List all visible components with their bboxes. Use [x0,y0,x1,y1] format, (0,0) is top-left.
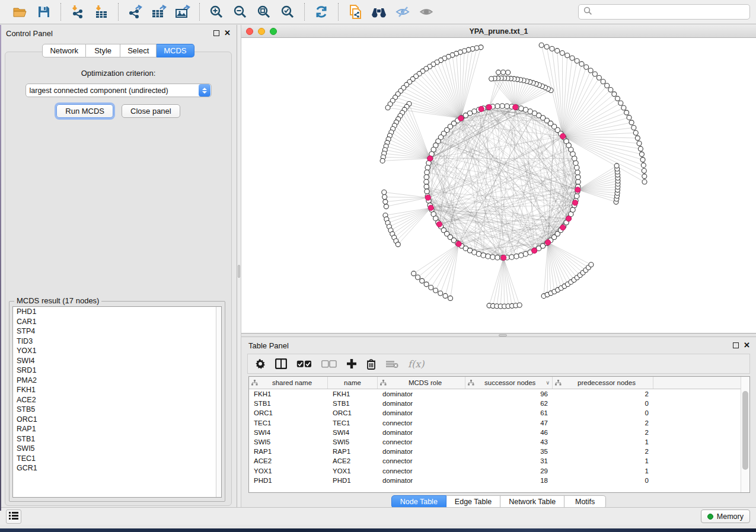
cell[interactable]: 43 [465,438,553,446]
cell[interactable]: connector [378,419,465,427]
list-item[interactable]: SWI5 [13,444,221,454]
table-row[interactable]: TEC1TEC1connector472 [249,418,741,428]
run-mcds-button[interactable]: Run MCDS [56,104,113,118]
list-item[interactable]: STB5 [13,405,221,415]
cell[interactable]: SWI5 [249,438,328,446]
result-list-scrollbar[interactable] [216,307,221,497]
list-item[interactable]: SWI4 [13,356,221,366]
close-window-icon[interactable] [246,28,253,35]
list-item[interactable]: CAR1 [13,317,221,327]
network-canvas[interactable] [241,38,756,333]
cell[interactable]: 96 [465,390,553,398]
save-session-button[interactable] [34,3,53,21]
cell[interactable]: connector [378,438,465,446]
import-network-button[interactable] [68,3,87,21]
cell[interactable]: PHD1 [328,477,378,484]
cell[interactable]: 46 [465,429,553,436]
cell[interactable]: 0 [553,409,653,416]
table-tab-motifs[interactable]: Motifs [564,495,606,508]
list-item[interactable]: FKH1 [13,385,221,395]
maximize-window-icon[interactable] [270,28,277,35]
cell[interactable]: 62 [465,400,553,407]
table-row[interactable]: YOX1YOX1connector291 [249,466,741,476]
cell[interactable]: PHD1 [249,477,328,484]
column-header-successor-nodes[interactable]: successor nodes∨ [465,377,553,389]
cell[interactable]: 18 [465,477,553,484]
memory-button[interactable]: Memory [701,509,750,523]
close-panel-icon[interactable]: ✕ [224,30,231,36]
cell[interactable]: 1 [553,467,653,475]
tab-mcds[interactable]: MCDS [157,44,194,57]
cell[interactable]: 0 [553,400,653,407]
network-search-field[interactable] [578,4,750,20]
cell[interactable]: YOX1 [328,467,378,475]
delete-column-button[interactable] [366,358,376,370]
add-column-button[interactable] [346,358,357,369]
cell[interactable]: 2 [553,429,653,436]
select-all-button[interactable] [296,360,312,368]
deselect-all-button[interactable] [321,360,337,368]
cell[interactable]: 2 [553,448,653,455]
table-row[interactable]: ORC1ORC1dominator610 [249,408,741,418]
network-window-titlebar[interactable]: YPA_prune.txt_1 [241,25,756,38]
cell[interactable]: 31 [465,457,553,464]
cell[interactable]: YOX1 [249,467,328,475]
zoom-in-button[interactable] [207,3,226,21]
cell[interactable]: ORC1 [249,409,328,416]
list-item[interactable]: ACE2 [13,395,221,405]
cell[interactable]: dominator [378,477,465,484]
cell[interactable]: dominator [378,448,465,455]
list-item[interactable]: STB1 [13,434,221,444]
scrollbar-thumb[interactable] [742,391,748,470]
cell[interactable]: TEC1 [249,419,328,427]
cell[interactable]: ORC1 [328,409,378,416]
table-row[interactable]: SWI5SWI5connector431 [249,437,741,447]
close-panel-button[interactable]: Close panel [122,104,180,118]
list-item[interactable]: TEC1 [13,454,221,464]
table-row[interactable]: FKH1FKH1dominator962 [249,389,741,399]
zoom-selected-button[interactable] [278,3,297,21]
export-table-button[interactable] [149,3,168,21]
cell[interactable]: 47 [465,419,553,427]
cell[interactable]: ACE2 [328,457,378,464]
cell[interactable]: 2 [553,390,653,398]
zoom-out-button[interactable] [231,3,250,21]
cell[interactable]: FKH1 [249,390,328,398]
list-item[interactable]: TID3 [13,336,221,347]
tab-select[interactable]: Select [120,44,157,57]
table-row[interactable]: RAP1RAP1dominator352 [249,447,741,456]
cell[interactable]: SWI5 [328,438,378,446]
task-history-button[interactable] [6,509,21,524]
column-header-name[interactable]: name [328,377,378,389]
close-panel-icon[interactable]: ✕ [744,342,750,348]
table-row[interactable]: STB1STB1dominator620 [249,399,741,408]
cell[interactable]: 2 [553,419,653,427]
minimize-window-icon[interactable] [258,28,265,35]
cell[interactable]: dominator [378,400,465,407]
table-row[interactable]: ACE2ACE2connector311 [249,456,741,466]
list-item[interactable]: PHD1 [13,307,221,317]
splitter-handle[interactable] [499,334,507,336]
list-item[interactable]: SRD1 [13,366,221,376]
cell[interactable]: 61 [465,409,553,416]
cell[interactable]: ACE2 [249,457,328,464]
cell[interactable]: connector [378,457,465,464]
float-panel-icon[interactable] [733,342,739,348]
list-item[interactable]: STP4 [13,326,221,336]
cell[interactable]: connector [378,467,465,475]
search-network-icon-button[interactable] [369,3,388,21]
cell[interactable]: RAP1 [328,448,378,455]
tab-style[interactable]: Style [86,44,120,57]
table-row[interactable]: PHD1PHD1dominator180 [249,476,741,485]
vertical-splitter[interactable] [237,25,241,511]
list-item[interactable]: YOX1 [13,346,221,356]
cell[interactable]: FKH1 [328,390,378,398]
open-file-button[interactable] [11,3,30,21]
cell[interactable]: TEC1 [328,419,378,427]
import-table-button[interactable] [92,3,111,21]
cell[interactable]: STB1 [328,400,378,407]
cell[interactable]: SWI4 [249,429,328,436]
cell[interactable]: 29 [465,467,553,475]
column-header-shared-name[interactable]: shared name [249,377,328,389]
refresh-view-button[interactable] [312,3,331,21]
